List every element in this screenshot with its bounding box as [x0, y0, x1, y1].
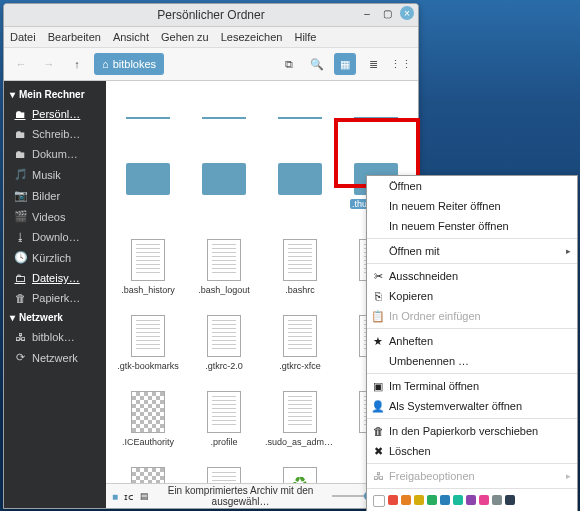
menu-help[interactable]: Hilfe [294, 31, 316, 43]
new-tab-button[interactable]: ⧉ [278, 53, 300, 75]
sidebar-item-desktop[interactable]: 🖿Schreib… [4, 124, 106, 144]
file-item[interactable]: .bashrc [264, 237, 336, 313]
ctx-l-schen[interactable]: ✖Löschen [367, 441, 577, 461]
sidebar-section-network: ▾ Netzwerk [4, 308, 106, 327]
fld-top-icon [126, 87, 170, 119]
ctx-label: Kopieren [389, 290, 433, 302]
file-item[interactable] [188, 85, 260, 161]
sidebar-item-network[interactable]: ⟳Netzwerk [4, 347, 106, 368]
ctx-label: In neuem Fenster öffnen [389, 220, 509, 232]
sidebar-item-downloads[interactable]: ⭳Downlo… [4, 227, 106, 247]
file-label: .bashrc [283, 285, 317, 295]
file-item[interactable] [188, 465, 260, 483]
menu-goto[interactable]: Gehen zu [161, 31, 209, 43]
file-item[interactable]: .gtk-bookmarks [112, 313, 184, 389]
back-button[interactable]: ← [10, 53, 32, 75]
ctx-als-systemverwalter-ffnen[interactable]: 👤Als Systemverwalter öffnen [367, 396, 577, 416]
status-pref-icon: ▤ [140, 491, 149, 501]
sidebar-item-trash[interactable]: 🗑Papierk… [4, 288, 106, 308]
ctx-icon: ✖ [371, 445, 385, 458]
up-button[interactable]: ↑ [66, 53, 88, 75]
ctx-label: Löschen [389, 445, 431, 457]
sidebar-item-home[interactable]: 🖿Persönl… [4, 104, 106, 124]
ctx-im-terminal-ffnen[interactable]: ▣Im Terminal öffnen [367, 376, 577, 396]
ctx-icon: 🖧 [371, 470, 385, 482]
ctx-icon: 📋 [371, 310, 385, 323]
ctx-ausschneiden[interactable]: ✂Ausschneiden [367, 266, 577, 286]
ctx-umbenennen-[interactable]: Umbenennen … [367, 351, 577, 371]
file-label: .bash_history [119, 285, 177, 295]
ctx-label: Als Systemverwalter öffnen [389, 400, 522, 412]
ctx--ffnen-mit[interactable]: Öffnen mit [367, 241, 577, 261]
file-item[interactable] [112, 465, 184, 483]
doc-icon [131, 239, 165, 281]
toolbar: ← → ↑ ⌂ bitblokes ⧉ 🔍 ▦ ≣ ⋮⋮ [4, 48, 418, 81]
path-button[interactable]: ⌂ bitblokes [94, 53, 164, 75]
chk-icon [131, 391, 165, 433]
sidebar: ▾ Mein Rechner 🖿Persönl… 🖿Schreib… 🖿Doku… [4, 81, 106, 508]
menu-bookmarks[interactable]: Lesezeichen [221, 31, 283, 43]
ctx-icon: ★ [371, 335, 385, 348]
titlebar: Persönlicher Ordner – ▢ × [4, 4, 418, 27]
ctx-label: Öffnen [389, 180, 422, 192]
sidebar-item-netloc[interactable]: 🖧bitblok… [4, 327, 106, 347]
ctx-label: Im Terminal öffnen [389, 380, 479, 392]
file-label: .ICEauthority [120, 437, 176, 447]
file-item[interactable] [264, 161, 336, 237]
file-item[interactable] [112, 161, 184, 237]
status-ic: ɪᴄ [124, 491, 134, 502]
sidebar-item-recent[interactable]: 🕓Kürzlich [4, 247, 106, 268]
ctx-kopieren[interactable]: ⎘Kopieren [367, 286, 577, 306]
recycle-icon: ♻ [283, 467, 317, 483]
menu-view[interactable]: Ansicht [113, 31, 149, 43]
file-item[interactable]: .gtkrc-2.0 [188, 313, 260, 389]
fld-icon [202, 163, 246, 195]
doc-icon [283, 391, 317, 433]
icon-view-button[interactable]: ▦ [334, 53, 356, 75]
ctx-in-den-papierkorb-verschieben[interactable]: 🗑In den Papierkorb verschieben [367, 421, 577, 441]
sidebar-item-documents[interactable]: 🖿Dokum… [4, 144, 106, 164]
ctx-in-neuem-reiter-ffnen[interactable]: In neuem Reiter öffnen [367, 196, 577, 216]
file-item[interactable] [264, 85, 336, 161]
file-item[interactable]: .sudo_as_admin_successful [264, 389, 336, 465]
file-item[interactable]: .ICEauthority [112, 389, 184, 465]
compact-view-button[interactable]: ⋮⋮ [390, 53, 412, 75]
forward-button[interactable]: → [38, 53, 60, 75]
sidebar-item-music[interactable]: 🎵Musik [4, 164, 106, 185]
ctx-label: In den Papierkorb verschieben [389, 425, 538, 437]
list-view-button[interactable]: ≣ [362, 53, 384, 75]
fld-icon [278, 163, 322, 195]
chk-icon [131, 467, 165, 483]
file-item[interactable]: .bash_logout [188, 237, 260, 313]
ctx--ffnen[interactable]: Öffnen [367, 176, 577, 196]
menu-edit[interactable]: Bearbeiten [48, 31, 101, 43]
file-item[interactable]: ♻ [264, 465, 336, 483]
ctx-label: In neuem Reiter öffnen [389, 200, 501, 212]
search-button[interactable]: 🔍 [306, 53, 328, 75]
menu-file[interactable]: Datei [10, 31, 36, 43]
ctx-label: Freigabeoptionen [389, 470, 475, 482]
ctx-in-neuem-fenster-ffnen[interactable]: In neuem Fenster öffnen [367, 216, 577, 236]
file-item[interactable] [188, 161, 260, 237]
ctx-anheften[interactable]: ★Anheften [367, 331, 577, 351]
context-menu: ÖffnenIn neuem Reiter öffnenIn neuem Fen… [366, 175, 578, 511]
file-label: .gtkrc-xfce [277, 361, 323, 371]
maximize-button[interactable]: ▢ [380, 6, 394, 20]
fld-top-icon [202, 87, 246, 119]
sidebar-item-filesystem[interactable]: 🗀Dateisy… [4, 268, 106, 288]
ctx-icon: 🗑 [371, 425, 385, 437]
doc-icon [131, 315, 165, 357]
file-item[interactable]: .profile [188, 389, 260, 465]
ctx-label: Anheften [389, 335, 433, 347]
sidebar-item-pictures[interactable]: 📷Bilder [4, 185, 106, 206]
minimize-button[interactable]: – [360, 6, 374, 20]
color-tag-bar[interactable] [367, 491, 577, 511]
file-label: .gtkrc-2.0 [203, 361, 245, 371]
file-item[interactable] [112, 85, 184, 161]
close-button[interactable]: × [400, 6, 414, 20]
menubar: Datei Bearbeiten Ansicht Gehen zu Leseze… [4, 27, 418, 48]
sidebar-item-videos[interactable]: 🎬Videos [4, 206, 106, 227]
ctx-label: In Ordner einfügen [389, 310, 481, 322]
file-item[interactable]: .gtkrc-xfce [264, 313, 336, 389]
file-item[interactable]: .bash_history [112, 237, 184, 313]
